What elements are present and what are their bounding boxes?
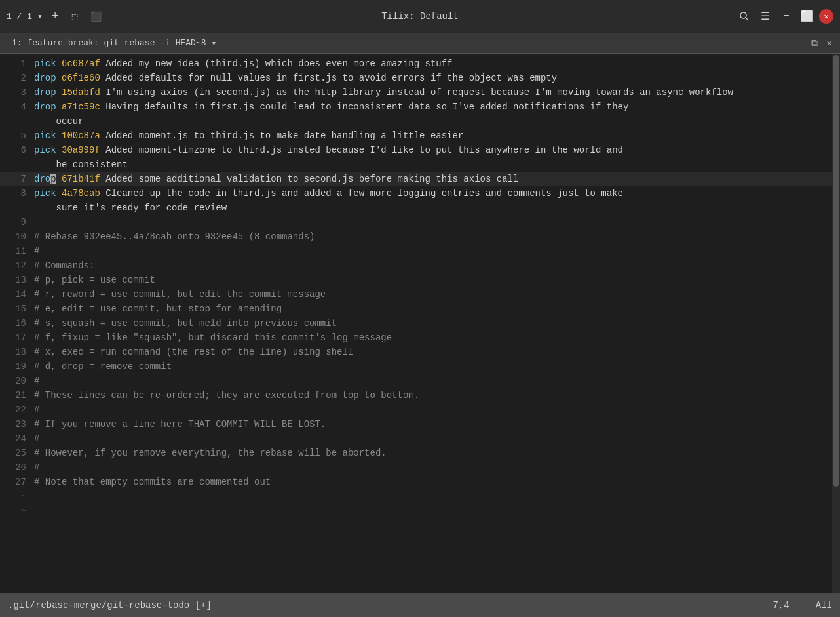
maximize-button[interactable]: ⬜ [798, 7, 816, 26]
line-19: 19 # d, drop = remove commit [0, 359, 840, 374]
scrollbar-thumb[interactable] [833, 55, 839, 487]
status-scroll: All [816, 600, 832, 610]
line-8: 8 pick 4a78cab Cleaned up the code in th… [0, 186, 840, 201]
menu-button[interactable]: ☰ [756, 7, 774, 26]
minimize-button[interactable]: − [777, 7, 795, 26]
scrollbar[interactable] [832, 54, 840, 593]
status-position: 7,4 [773, 600, 790, 610]
line-6-cont: 6 be consistent [0, 157, 840, 172]
line-14: 14 # r, reword = use commit, but edit th… [0, 287, 840, 302]
line-16: 16 # s, squash = use commit, but meld in… [0, 316, 840, 330]
close-terminal-button[interactable]: ✕ [824, 36, 835, 50]
restore-button[interactable]: ⧉ [809, 37, 820, 50]
line-26: 26 # [0, 460, 840, 475]
detach-icon[interactable]: ⬚ [68, 10, 81, 24]
terminal-tab-dropdown[interactable]: ▾ [211, 38, 216, 49]
tilde-line-2: ~ [0, 504, 840, 518]
terminal-tab-bar: 1: feature-break: git rebase -i HEAD~8 ▾… [0, 33, 840, 54]
line-9: 9 [0, 215, 840, 229]
line-7: 7 drop 671b41f Added some additional val… [0, 172, 840, 186]
line-13: 13 # p, pick = use commit [0, 273, 840, 287]
line-8-cont: 8 sure it's ready for code review [0, 201, 840, 215]
tilde-line-1: ~ [0, 489, 840, 504]
title-bar-left: 1 / 1 ▾ + ⬚ ⬛ [7, 9, 105, 24]
line-24: 24 # [0, 431, 840, 446]
tab-dropdown-arrow[interactable]: ▾ [37, 11, 43, 22]
line-27: 27 # Note that empty commits are comment… [0, 475, 840, 489]
line-2: 2 drop d6f1e60 Added defaults for null v… [0, 71, 840, 85]
line-11: 11 # [0, 244, 840, 258]
close-button[interactable]: ✕ [819, 9, 833, 24]
search-button[interactable] [735, 7, 754, 26]
add-tab-button[interactable]: + [48, 9, 63, 24]
line-22: 22 # [0, 403, 840, 417]
line-3: 3 drop 15dabfd I'm using axios (in secon… [0, 85, 840, 100]
terminal-content: 1 pick 6c687af Added my new idea (third.… [0, 54, 840, 593]
tab-indicator: 1 / 1 [7, 12, 32, 22]
line-21: 21 # These lines can be re-ordered; they… [0, 388, 840, 403]
line-18: 18 # x, exec = run command (the rest of … [0, 345, 840, 359]
window-title: Tilix: Default [381, 11, 459, 22]
line-20: 20 # [0, 374, 840, 388]
line-4-cont: 4 occur [0, 114, 840, 129]
terminal-tab[interactable]: 1: feature-break: git rebase -i HEAD~8 ▾ [5, 35, 223, 51]
line-5: 5 pick 100c87a Added moment.js to third.… [0, 129, 840, 143]
status-right: 7,4 All [773, 600, 832, 610]
split-icon[interactable]: ⬛ [86, 10, 105, 24]
line-4: 4 drop a71c59c Having defaults in first.… [0, 100, 840, 114]
line-6: 6 pick 30a999f Added moment-timzone to t… [0, 143, 840, 157]
terminal-tab-controls: ⧉ ✕ [809, 36, 835, 50]
terminal-tab-label: 1: feature-break: git rebase -i HEAD~8 [12, 38, 206, 48]
status-filepath: .git/rebase-merge/git-rebase-todo [+] [8, 600, 773, 610]
line-25: 25 # However, if you remove everything, … [0, 446, 840, 460]
svg-point-0 [740, 12, 746, 18]
line-10: 10 # Rebase 932ee45..4a78cab onto 932ee4… [0, 229, 840, 244]
line-1: 1 pick 6c687af Added my new idea (third.… [0, 56, 840, 71]
line-12: 12 # Commands: [0, 258, 840, 273]
status-bar: .git/rebase-merge/git-rebase-todo [+] 7,… [0, 593, 840, 617]
svg-line-1 [746, 18, 748, 20]
title-bar: 1 / 1 ▾ + ⬚ ⬛ Tilix: Default ☰ − ⬜ ✕ [0, 0, 840, 33]
line-17: 17 # f, fixup = like "squash", but disca… [0, 330, 840, 345]
title-bar-right: ☰ − ⬜ ✕ [735, 7, 833, 26]
line-23: 23 # If you remove a line here THAT COMM… [0, 417, 840, 431]
line-15: 15 # e, edit = use commit, but stop for … [0, 302, 840, 316]
